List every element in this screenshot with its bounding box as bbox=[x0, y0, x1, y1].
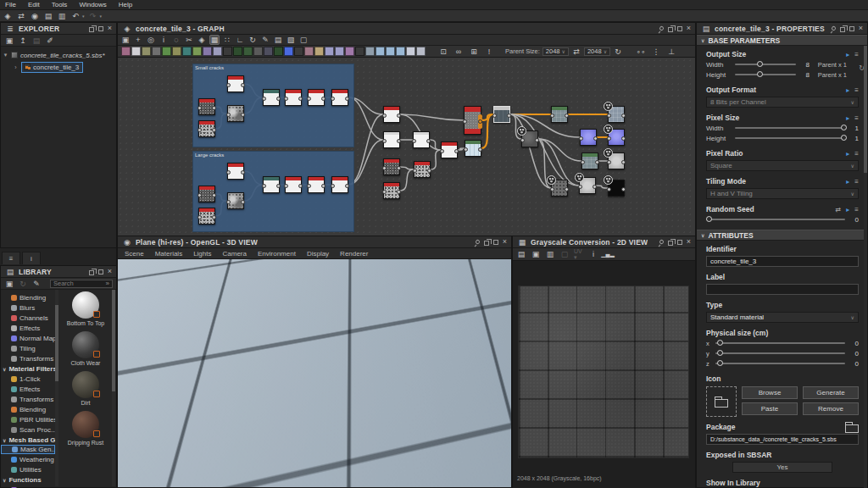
undo-icon[interactable]: ↶ bbox=[70, 11, 81, 21]
light-icon[interactable]: ◍ bbox=[121, 278, 132, 289]
node-type-icon-27[interactable] bbox=[386, 47, 395, 56]
options-icon[interactable]: ≡ bbox=[854, 178, 859, 186]
node-type-icon-20[interactable] bbox=[314, 47, 324, 56]
library-item-blurs[interactable]: Blurs bbox=[1, 302, 55, 313]
link-nodes-icon[interactable]: ⇄ bbox=[16, 11, 26, 21]
save-image-icon[interactable]: ▣ bbox=[531, 249, 541, 259]
graph-node-warp[interactable] bbox=[227, 105, 244, 122]
expose-icon[interactable]: ▸ bbox=[846, 114, 849, 122]
node-type-icon-29[interactable] bbox=[406, 47, 415, 56]
library-item-effects[interactable]: Effects bbox=[1, 323, 55, 333]
menu-edit[interactable]: Edit bbox=[28, 1, 40, 8]
library-search-input[interactable]: Search » bbox=[50, 280, 113, 288]
library-tree-scrollbar[interactable] bbox=[55, 290, 58, 486]
options-icon[interactable]: ≡ bbox=[854, 114, 859, 122]
menu-windows[interactable]: Windows bbox=[79, 1, 106, 8]
environment-icon[interactable]: ▩ bbox=[121, 291, 132, 302]
output-view-badge-icon[interactable] bbox=[575, 173, 584, 182]
snap-icon[interactable]: ⊥ bbox=[666, 47, 676, 57]
dual-dot-icon[interactable]: ∘∘ bbox=[636, 47, 646, 57]
close-icon[interactable]: × bbox=[503, 238, 507, 246]
pin-icon[interactable] bbox=[475, 239, 481, 245]
expose-icon[interactable]: ▸ bbox=[846, 206, 849, 214]
node-type-icon-25[interactable] bbox=[365, 47, 375, 56]
graph-node-greengrid[interactable] bbox=[581, 152, 598, 169]
node-type-icon-13[interactable] bbox=[243, 47, 253, 56]
tab-info-icon[interactable]: i bbox=[22, 252, 41, 264]
expose-icon[interactable]: ▸ bbox=[846, 51, 849, 58]
redo-icon-dropdown[interactable]: ▾ bbox=[100, 14, 103, 19]
export-icon[interactable]: ↥ bbox=[18, 36, 28, 46]
float-icon[interactable] bbox=[668, 241, 673, 246]
graph-node-red[interactable] bbox=[383, 106, 400, 123]
node-type-icon-4[interactable] bbox=[152, 47, 161, 56]
node-type-icon-23[interactable] bbox=[345, 47, 354, 56]
slider-knob[interactable] bbox=[841, 135, 847, 141]
new-folder-icon[interactable]: ▣ bbox=[4, 279, 14, 289]
node-type-icon-14[interactable] bbox=[253, 47, 263, 56]
node-type-icon-24[interactable] bbox=[355, 47, 364, 56]
node-type-icon-3[interactable] bbox=[142, 47, 151, 56]
random-seed-slider[interactable] bbox=[706, 219, 845, 220]
library-thumbnail[interactable]: Dirt bbox=[60, 371, 111, 407]
node-type-icon-22[interactable] bbox=[335, 47, 344, 56]
generate-button[interactable]: Generate bbox=[803, 386, 859, 399]
library-item-normal-map[interactable]: Normal Map bbox=[1, 333, 55, 343]
node-type-icon-30[interactable] bbox=[416, 47, 426, 56]
new-graph-icon[interactable]: ◈ bbox=[3, 11, 13, 21]
y-slider[interactable] bbox=[715, 352, 845, 354]
output-view-badge-icon[interactable] bbox=[604, 148, 613, 158]
explorer-graph-row[interactable]: concrete_tile_3 bbox=[21, 62, 83, 73]
float-icon[interactable] bbox=[840, 27, 845, 32]
pin-link-icon[interactable]: ∞ bbox=[453, 47, 464, 57]
close-icon[interactable]: × bbox=[859, 25, 863, 32]
pin-icon[interactable] bbox=[659, 25, 665, 31]
pin-icon[interactable] bbox=[659, 239, 665, 245]
library-item-scan-proc-[interactable]: Scan Proc... bbox=[1, 424, 55, 435]
shuffle-icon[interactable]: ⇄ bbox=[836, 206, 842, 214]
zoom-icon[interactable]: ◌ bbox=[171, 35, 181, 45]
library-item-mesh-based-g-[interactable]: ∨Mesh Based G... bbox=[1, 435, 55, 445]
node-type-icon-28[interactable] bbox=[396, 47, 405, 56]
node-type-icon-5[interactable] bbox=[162, 47, 171, 56]
scene-tree-icon[interactable]: ≣ bbox=[120, 477, 126, 485]
transform-icon[interactable]: ▢ bbox=[559, 249, 570, 259]
elbow-links-icon[interactable]: ∟ bbox=[235, 35, 245, 45]
thumbnail-display-icon[interactable]: ▦ bbox=[209, 35, 220, 45]
graph-node-noise2[interactable] bbox=[198, 208, 215, 225]
menu-file[interactable]: File bbox=[5, 1, 16, 8]
pixel-ratio-dropdown[interactable]: Square∨ bbox=[706, 160, 859, 171]
graph-node-noise[interactable] bbox=[383, 158, 400, 175]
comment-icon[interactable]: ⊡ bbox=[438, 47, 448, 57]
maximize-icon[interactable] bbox=[98, 269, 103, 274]
loop-icon[interactable]: ↻ bbox=[248, 35, 258, 45]
node-type-icon-15[interactable] bbox=[264, 47, 273, 56]
options-icon[interactable]: ≡ bbox=[854, 86, 859, 94]
library-item-channels[interactable]: Channels bbox=[1, 313, 55, 323]
library-item-tiling[interactable]: Tiling bbox=[1, 343, 55, 353]
graph-node-red[interactable] bbox=[441, 141, 458, 158]
float-icon[interactable] bbox=[484, 241, 489, 246]
library-item-mask-gen-[interactable]: Mask Gen... bbox=[1, 445, 55, 454]
maximize-icon[interactable] bbox=[98, 26, 103, 31]
graph-node-red[interactable] bbox=[308, 176, 325, 193]
save-all-icon[interactable]: ▥ bbox=[57, 11, 67, 21]
graph-node-teal[interactable] bbox=[263, 176, 280, 193]
view3d-menu-scene[interactable]: Scene bbox=[125, 250, 144, 258]
remove-button[interactable]: Remove bbox=[803, 402, 859, 415]
info-icon[interactable]: i bbox=[588, 249, 598, 259]
settings-icon[interactable]: ⊛ bbox=[121, 303, 132, 314]
output-view-badge-icon[interactable] bbox=[547, 175, 556, 185]
library-thumbnail[interactable]: Dripping Rust bbox=[60, 411, 111, 446]
slider-knob[interactable] bbox=[757, 61, 763, 67]
pixel-height-slider[interactable] bbox=[735, 137, 845, 139]
graph-node-red[interactable] bbox=[227, 163, 244, 180]
redo-icon[interactable]: ↷ bbox=[88, 11, 98, 21]
reset-size-icon[interactable]: ↻ bbox=[613, 47, 623, 57]
node-type-icon-9[interactable] bbox=[203, 47, 212, 56]
float-icon[interactable] bbox=[89, 27, 94, 32]
frame-create-icon[interactable]: ▢ bbox=[298, 35, 309, 45]
menu-tools[interactable]: Tools bbox=[52, 1, 68, 8]
tab-explorer-icon[interactable]: ≡ bbox=[2, 252, 20, 264]
view3d-menu-materials[interactable]: Materials bbox=[155, 250, 182, 258]
